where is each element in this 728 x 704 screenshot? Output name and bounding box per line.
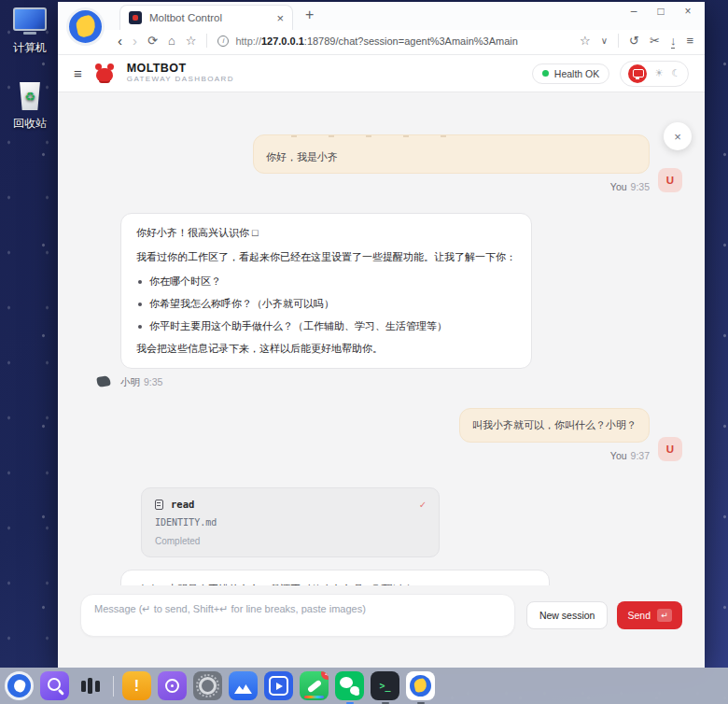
- close-window-button[interactable]: ×: [680, 5, 695, 18]
- address-bar[interactable]: i http://127.0.0.1:18789/chat?session=ag…: [217, 35, 569, 47]
- tab-strip: Moltbot Control × + – □ ×: [58, 2, 705, 30]
- file-icon: [155, 500, 163, 510]
- taskbar: ! 4 >_: [0, 668, 728, 704]
- reload-icon[interactable]: ⟳: [147, 35, 158, 47]
- screenshot-app-icon[interactable]: [158, 671, 187, 700]
- dark-mode-moon-icon[interactable]: ☾: [671, 67, 680, 79]
- health-status-badge: Health OK: [532, 63, 609, 84]
- computer-icon: [0, 7, 60, 35]
- star-page-icon[interactable]: ☆: [580, 35, 591, 47]
- tool-status: Completed: [155, 536, 426, 546]
- message-meta: 小明9:35: [120, 376, 162, 389]
- message-input[interactable]: [80, 594, 515, 637]
- minimize-button[interactable]: –: [626, 5, 641, 18]
- check-icon: ✓: [419, 499, 426, 511]
- desktop-icon-computer[interactable]: 计算机: [0, 7, 60, 56]
- tool-name: read: [171, 499, 412, 510]
- maximize-button[interactable]: □: [653, 5, 668, 18]
- user-message-row: 你好，我是小齐 You9:35 U: [80, 134, 682, 192]
- message-meta: You9:37: [610, 450, 650, 461]
- user-message-bubble: 你好，我是小齐: [253, 134, 650, 174]
- launcher-start-icon[interactable]: [5, 671, 34, 700]
- terminal-icon[interactable]: >_: [371, 671, 399, 700]
- window-controls: – □ ×: [626, 5, 695, 18]
- back-icon[interactable]: ‹: [118, 34, 122, 48]
- new-session-button[interactable]: New session: [526, 601, 609, 629]
- screen: 计算机 ♻ 回收站 Moltbot Control × + – □ × ‹: [0, 0, 728, 704]
- notification-badge: 4: [321, 671, 329, 680]
- toolbar-divider: [618, 34, 619, 48]
- dashboard-titles: MOLTBOT GATEWAY DASHBOARD: [127, 63, 234, 84]
- desktop-icon-label: 计算机: [0, 40, 60, 56]
- recycle-bin-icon: ♻: [0, 82, 60, 110]
- tab-favicon-icon: [129, 11, 142, 24]
- tool-target: IDENTITY.md: [155, 517, 426, 528]
- browser-toolbar: ‹ › ⟳ ⌂ ☆ i http://127.0.0.1:18789/chat?…: [58, 30, 705, 55]
- browser-window: Moltbot Control × + – □ × ‹ › ⟳ ⌂ ☆ i ht…: [58, 2, 705, 668]
- bookmark-star-icon[interactable]: ☆: [186, 35, 197, 47]
- user-message-bubble: 叫我小齐就可以，你叫什么？小明？: [459, 408, 650, 443]
- moltbot-page: ≡ MOLTBOT GATEWAY DASHBOARD Health OK ☀ …: [58, 55, 705, 668]
- tab-title: Moltbot Control: [149, 12, 269, 23]
- tab-moltbot-control[interactable]: Moltbot Control ×: [119, 5, 293, 30]
- chat-message-list: × 你好，我是小齐 You9:35 U 你好小齐！很高兴认识你 □ 我看过你的工…: [58, 92, 705, 668]
- scissors-icon[interactable]: ✂: [650, 35, 660, 47]
- assistant-bullet-list: 你在哪个时区？ 你希望我怎么称呼你？（小齐就可以吗） 你平时主要用这个助手做什么…: [136, 274, 516, 334]
- forward-icon[interactable]: ›: [133, 34, 137, 48]
- desktop-icon-label: 回收站: [0, 116, 60, 132]
- toolbar-divider: [206, 34, 207, 48]
- desktop-icon-column: 计算机 ♻ 回收站: [0, 7, 60, 132]
- browser-logo-icon[interactable]: [66, 7, 105, 46]
- hamburger-menu-icon[interactable]: ≡: [74, 65, 82, 81]
- assistant-message-row: 你好小齐！很高兴认识你 □ 我看过你的工作区了，看起来你已经在这里设置了一些提醒…: [97, 213, 682, 389]
- taskbar-divider: [113, 676, 114, 697]
- header-actions: ☀ ☾: [620, 61, 689, 87]
- message-meta: You9:35: [610, 181, 650, 192]
- files-app-icon[interactable]: [229, 671, 258, 700]
- desktop-icon-recycle-bin[interactable]: ♻ 回收站: [0, 82, 60, 132]
- chat-close-button[interactable]: ×: [664, 122, 692, 150]
- url-text: http://127.0.0.1:18789/chat?session=agen…: [235, 35, 517, 47]
- user-avatar: U: [658, 168, 682, 192]
- light-mode-sun-icon[interactable]: ☀: [654, 67, 664, 79]
- download-icon[interactable]: ↓: [670, 35, 677, 47]
- browser-taskbar-icon[interactable]: [406, 671, 435, 700]
- user-message-row: 叫我小齐就可以，你叫什么？小明？ You9:37 U: [80, 408, 682, 461]
- home-icon[interactable]: ⌂: [168, 35, 175, 47]
- send-button[interactable]: Send ↵: [617, 601, 682, 629]
- new-tab-button[interactable]: +: [305, 7, 314, 23]
- history-undo-icon[interactable]: ↺: [629, 35, 639, 47]
- bullet-item: 你平时主要用这个助手做什么？（工作辅助、学习、生活管理等）: [136, 318, 516, 334]
- wechat-icon[interactable]: [335, 671, 364, 700]
- chat-view-toggle-icon[interactable]: [628, 64, 647, 83]
- chevron-down-icon[interactable]: ∨: [601, 36, 608, 46]
- settings-app-icon[interactable]: [193, 671, 222, 700]
- phone-app-icon[interactable]: 4: [300, 671, 329, 700]
- assistant-lobster-avatar-icon: [96, 375, 111, 387]
- menu-icon[interactable]: ≡: [686, 35, 693, 47]
- tool-call-card[interactable]: read ✓ IDENTITY.md Completed: [141, 487, 440, 557]
- assistant-message-bubble: 你好小齐！很高兴认识你 □ 我看过你的工作区了，看起来你已经在这里设置了一些提醒…: [120, 213, 532, 369]
- notice-app-icon[interactable]: !: [122, 671, 151, 700]
- page-subtitle: GATEWAY DASHBOARD: [127, 76, 234, 84]
- enter-key-icon: ↵: [657, 609, 672, 622]
- media-app-icon[interactable]: [264, 671, 293, 700]
- user-avatar: U: [658, 437, 682, 461]
- dashboard-header: ≡ MOLTBOT GATEWAY DASHBOARD Health OK ☀ …: [58, 55, 705, 92]
- page-title: MOLTBOT: [127, 63, 234, 76]
- multitasking-view-icon[interactable]: [76, 671, 105, 700]
- app-search-icon[interactable]: [40, 671, 69, 700]
- bullet-item: 你希望我怎么称呼你？（小齐就可以吗）: [136, 296, 516, 312]
- bullet-item: 你在哪个时区？: [136, 274, 516, 289]
- tab-close-icon[interactable]: ×: [276, 11, 284, 25]
- site-info-icon[interactable]: i: [217, 35, 229, 47]
- moltbot-lobster-logo-icon: [92, 63, 117, 85]
- message-composer: New session Send ↵: [58, 585, 705, 668]
- health-dot-icon: [542, 70, 549, 77]
